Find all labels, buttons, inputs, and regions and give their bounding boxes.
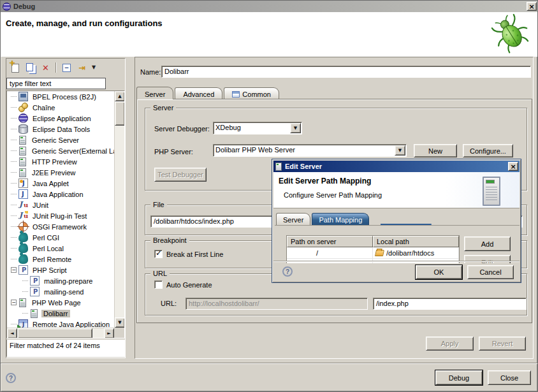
tree-item-generic-server-external-la[interactable]: Generic Server(External La	[7, 145, 114, 156]
dialog-button-bar: ? OK Cancel	[273, 261, 520, 281]
tree-item-mailing-send[interactable]: mailing-send	[7, 286, 114, 297]
applet-icon	[18, 178, 28, 188]
apply-button[interactable]: Apply	[426, 337, 474, 351]
ok-button[interactable]: OK	[416, 265, 462, 279]
tree-connector	[11, 194, 17, 194]
tree-horizontal-scrollbar[interactable]: ◄ ►	[7, 328, 114, 338]
column-header-path-on-server[interactable]: Path on server	[287, 236, 373, 247]
tree-item-j2ee-preview[interactable]: J2EE Preview	[7, 167, 114, 178]
server-debugger-select[interactable]: XDebug ▼	[213, 122, 302, 134]
tab-server[interactable]: Server	[136, 87, 173, 99]
tree-item-cha-ne[interactable]: Chaîne	[7, 102, 114, 113]
dropdown-arrow-icon[interactable]: ▼	[290, 123, 301, 133]
tab-server-settings[interactable]: Server	[276, 213, 310, 225]
type-filter-input[interactable]: type filter text	[6, 78, 106, 89]
collapse-expander-icon[interactable]: −	[11, 300, 17, 305]
dialog-subheading: Configure Server Path Mapping	[284, 191, 382, 199]
cancel-button[interactable]: Cancel	[467, 265, 514, 279]
revert-button[interactable]: Revert	[479, 337, 526, 351]
filter-status-text: Filter matched 24 of 24 items	[6, 340, 125, 357]
checkbox-unchecked-icon[interactable]	[154, 280, 163, 289]
tree-item-junit-plug-in-test[interactable]: JUnit Plug-in Test	[7, 210, 114, 221]
tree-connector	[11, 324, 17, 324]
path-mapping-table[interactable]: Path on server Local path //dolibarr/htd…	[286, 235, 460, 263]
tree-item-perl-local[interactable]: Perl Local	[7, 243, 114, 254]
tree-connector	[22, 280, 28, 281]
tree-item-generic-server[interactable]: Generic Server	[7, 134, 114, 145]
checkbox-checked-icon[interactable]	[154, 250, 163, 258]
tree-item-java-application[interactable]: Java Application	[7, 189, 114, 200]
tree-connector	[11, 172, 17, 173]
dialog-help-icon[interactable]: ?	[282, 266, 293, 277]
test-debugger-button[interactable]: Test Debugger	[154, 168, 207, 182]
collapse-all-icon[interactable]	[61, 62, 72, 73]
osgi-icon	[18, 222, 28, 231]
dropdown-arrow-icon[interactable]: ▼	[395, 145, 405, 156]
tab-common[interactable]: Common	[224, 87, 279, 99]
debug-button[interactable]: Debug	[435, 370, 483, 385]
tree-item-eclipse-application[interactable]: Eclipse Application	[7, 113, 114, 124]
new-server-button[interactable]: New	[414, 144, 457, 157]
collapse-expander-icon[interactable]: −	[11, 267, 17, 273]
horizontal-scroll-thumb[interactable]	[17, 328, 92, 338]
scroll-left-icon[interactable]: ◄	[7, 328, 17, 338]
tree-item-bpel-process-b2j[interactable]: BPEL Process (B2J)	[7, 91, 114, 102]
tree-item-perl-cgi[interactable]: Perl CGI	[7, 232, 114, 243]
break-at-first-line-checkbox[interactable]: Break at First Line	[154, 250, 223, 258]
base-url-input: http://localhostdolibarr/	[185, 298, 368, 310]
scrollbar-corner	[114, 328, 124, 338]
tree-item-eclipse-data-tools[interactable]: Eclipse Data Tools	[7, 124, 114, 134]
php-server-label: PHP Server:	[154, 148, 193, 156]
php-server-select[interactable]: Dolibarr PHP Web Server ▼	[213, 144, 407, 157]
tree-item-dolibarr[interactable]: Dolibarr	[7, 308, 114, 319]
perl-icon	[18, 243, 28, 253]
server-icon	[19, 136, 26, 145]
window-close-button[interactable]: ×	[527, 2, 537, 11]
tab-advanced[interactable]: Advanced	[175, 87, 222, 99]
tree-item-osgi-framework[interactable]: OSGi Framework	[7, 221, 114, 232]
scroll-right-icon[interactable]: ►	[104, 328, 114, 338]
delete-configuration-icon[interactable]: ✕	[40, 62, 51, 73]
help-icon[interactable]: ?	[6, 373, 16, 383]
name-input[interactable]: Dolibarr	[161, 66, 531, 78]
common-tab-icon	[232, 91, 240, 98]
vertical-scroll-thumb[interactable]	[115, 101, 125, 126]
server-icon	[19, 157, 26, 166]
close-button[interactable]: Close	[488, 370, 531, 385]
tree-vertical-scrollbar[interactable]: ▲ ▼	[114, 91, 124, 328]
url-group-title: URL	[150, 270, 170, 277]
duplicate-configuration-icon[interactable]	[25, 62, 36, 73]
path-mapping-row[interactable]: //dolibarr/htdocs	[287, 247, 459, 259]
tree-item-php-script[interactable]: −PHP Script	[7, 265, 114, 275]
junit-icon	[18, 200, 28, 210]
edit-server-title: Edit Server	[285, 163, 322, 170]
filter-menu-caret-icon[interactable]: ▼	[92, 65, 98, 70]
auto-generate-checkbox[interactable]: Auto Generate	[154, 280, 212, 289]
configurations-sidebar: ✕ ⇥ ▼ type filter text BPEL Process (B2J…	[6, 58, 126, 358]
tree-item-perl-remote[interactable]: Perl Remote	[7, 254, 114, 265]
column-header-local-path[interactable]: Local path	[373, 236, 459, 247]
file-group-title: File	[150, 201, 167, 208]
tree-item-remote-java-application[interactable]: Remote Java Application	[7, 319, 114, 328]
tree-item-java-applet[interactable]: Java Applet	[7, 178, 114, 189]
tree-item-php-web-page[interactable]: −PHP Web Page	[7, 297, 114, 308]
filter-configurations-icon[interactable]: ⇥	[76, 62, 87, 73]
tree-item-junit[interactable]: JUnit	[7, 200, 114, 210]
url-path-input[interactable]: /index.php	[373, 298, 527, 310]
tree-item-http-preview[interactable]: HTTP Preview	[7, 156, 114, 167]
window-titlebar[interactable]: Debug ×	[1, 1, 538, 12]
tab-path-mapping[interactable]: Path Mapping	[312, 213, 369, 225]
sidebar-toolbar: ✕ ⇥ ▼	[7, 61, 98, 75]
tree-item-mailing-prepare[interactable]: mailing-prepare	[7, 275, 114, 286]
configure-server-button[interactable]: Configure...	[463, 144, 513, 157]
add-mapping-button[interactable]: Add	[464, 236, 511, 251]
dialog-close-button[interactable]: ×	[508, 162, 518, 171]
scroll-up-icon[interactable]: ▲	[115, 91, 125, 101]
folder-icon	[375, 250, 384, 256]
edit-server-titlebar[interactable]: Edit Server ×	[273, 161, 520, 172]
scroll-down-icon[interactable]: ▼	[115, 317, 125, 328]
db-icon	[18, 124, 28, 134]
new-launch-configuration-icon[interactable]	[10, 62, 20, 73]
tree-connector	[11, 205, 17, 205]
tree-connector	[11, 215, 17, 216]
